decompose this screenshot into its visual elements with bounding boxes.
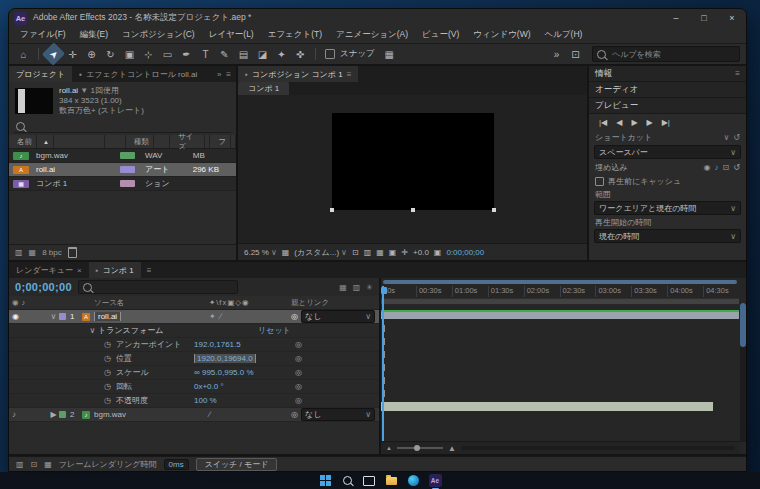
resolution-select[interactable]: (カスタム...) ∨ bbox=[294, 247, 347, 258]
property-name[interactable]: 位置 bbox=[116, 353, 194, 364]
project-bit-depth[interactable]: 8 bpc bbox=[42, 248, 62, 257]
previous-frame-button[interactable]: ◀ bbox=[616, 118, 622, 127]
after-effects-taskbar-button[interactable]: Ae bbox=[429, 474, 442, 487]
menu-animation[interactable]: アニメーション(A) bbox=[329, 29, 415, 41]
label-chip[interactable] bbox=[59, 313, 66, 320]
flyout-icon[interactable]: ▼ bbox=[80, 86, 88, 95]
property-pickwhip-icon[interactable]: ◎ bbox=[293, 354, 379, 363]
interpret-footage-icon[interactable]: ▥ bbox=[15, 248, 23, 257]
project-row-roll[interactable]: Aroll.ai アート 296 KB bbox=[9, 163, 236, 177]
stopwatch-icon[interactable]: ◷ bbox=[104, 340, 116, 349]
minimize-button[interactable]: – bbox=[662, 9, 690, 27]
status-toggle-icon-3[interactable]: ▦ bbox=[44, 460, 52, 469]
snapshot-camera-icon[interactable]: ▣ bbox=[434, 248, 442, 257]
puppet-pin-tool[interactable]: ✜ bbox=[292, 46, 309, 62]
new-folder-icon[interactable]: ▦ bbox=[29, 248, 37, 257]
region-of-interest-icon[interactable]: ⊡ bbox=[352, 248, 359, 257]
property-pickwhip-icon[interactable]: ◎ bbox=[293, 340, 379, 349]
transform-group-row[interactable]: ∨ トランスフォーム リセット bbox=[9, 324, 379, 338]
include-audio-icon[interactable]: ♪ bbox=[715, 163, 719, 172]
timeline-search-input[interactable] bbox=[96, 279, 233, 296]
viewer-tab-comp1[interactable]: コンポ 1 bbox=[238, 82, 289, 95]
work-area-bar[interactable] bbox=[381, 298, 739, 304]
play-from-select[interactable]: 現在の時間 ∨ bbox=[594, 229, 741, 243]
trash-icon[interactable] bbox=[68, 247, 77, 258]
help-search-input[interactable] bbox=[610, 49, 735, 60]
horizontal-scrollbar[interactable] bbox=[461, 446, 735, 450]
tab-composition[interactable]: ▪ コンポジション コンポ 1 ≡ bbox=[238, 66, 358, 82]
composition-viewport[interactable] bbox=[238, 95, 587, 243]
panel-menu-icon[interactable]: ≡ bbox=[735, 69, 740, 78]
taskbar-search-button[interactable] bbox=[341, 474, 354, 487]
video-toggle-icon[interactable]: ◉ bbox=[12, 312, 19, 321]
layer-bar-roll[interactable] bbox=[381, 312, 739, 319]
layer-handle[interactable] bbox=[411, 208, 415, 212]
column-kind[interactable]: 種類 bbox=[126, 135, 170, 148]
property-value[interactable]: 100 % bbox=[194, 396, 293, 405]
mask-visibility-icon[interactable]: ▦ bbox=[376, 248, 384, 257]
parent-select[interactable]: なし ∨ bbox=[301, 310, 375, 323]
parent-pickwhip-icon[interactable]: ◎ bbox=[291, 312, 298, 321]
graph-editor-icon[interactable]: ✳ bbox=[366, 283, 373, 292]
play-button[interactable]: ▶ bbox=[631, 118, 637, 127]
property-row-rotation[interactable]: ◷ 回転 0x+0.0 ° ◎ bbox=[9, 380, 379, 394]
roto-brush-tool[interactable]: ✦ bbox=[273, 46, 290, 62]
menu-layer[interactable]: レイヤー(L) bbox=[202, 29, 261, 41]
label-chip[interactable] bbox=[59, 411, 66, 418]
menu-help[interactable]: ヘルプ(H) bbox=[538, 29, 590, 41]
stopwatch-icon[interactable]: ◷ bbox=[104, 368, 116, 377]
column-size[interactable]: サイズ bbox=[170, 135, 210, 148]
timeline-graph[interactable]: 00s 00:30s 01:00s 01:30s 02:00s 02:30s 0… bbox=[381, 278, 746, 454]
property-name[interactable]: スケール bbox=[116, 367, 194, 378]
channel-icon[interactable]: ▣ bbox=[389, 248, 397, 257]
menu-file[interactable]: ファイル(F) bbox=[13, 29, 73, 41]
pan-behind-tool[interactable]: ⊹ bbox=[140, 46, 157, 62]
property-value[interactable]: 192.0,1761.5 bbox=[194, 340, 293, 349]
task-view-button[interactable] bbox=[363, 474, 376, 487]
property-name[interactable]: アンカーポイント bbox=[116, 339, 194, 350]
composition-frame[interactable] bbox=[332, 113, 494, 210]
menu-window[interactable]: ウィンドウ(W) bbox=[466, 29, 537, 41]
start-button[interactable] bbox=[319, 474, 332, 487]
draft-3d-icon[interactable]: ▥ bbox=[353, 283, 361, 292]
source-name-column[interactable]: ソース名 bbox=[94, 298, 209, 308]
maximize-button[interactable]: □ bbox=[690, 9, 718, 27]
menu-composition[interactable]: コンポジション(C) bbox=[115, 29, 202, 41]
twirl-open-icon[interactable]: ∨ bbox=[48, 312, 59, 321]
home-icon[interactable]: ⌂ bbox=[15, 46, 32, 62]
chevron-down-icon[interactable]: ∨ bbox=[723, 133, 729, 142]
audio-toggle-icon[interactable]: ♪ bbox=[12, 410, 16, 419]
twirl-open-icon[interactable]: ∨ bbox=[87, 326, 98, 335]
label-chip[interactable] bbox=[120, 152, 135, 159]
transform-label[interactable]: トランスフォーム bbox=[98, 325, 258, 336]
close-button[interactable]: × bbox=[718, 9, 746, 27]
playhead-line[interactable] bbox=[382, 286, 384, 442]
camera-tool[interactable]: ▣ bbox=[121, 46, 138, 62]
property-value[interactable]: 995.0,995.0 % bbox=[202, 368, 254, 377]
parent-link-column[interactable]: 親とリンク bbox=[291, 298, 379, 308]
tab-timeline-comp1[interactable]: ▪ コンポ 1 bbox=[89, 262, 141, 278]
stopwatch-icon[interactable]: ◷ bbox=[104, 354, 116, 363]
composition-mini-flowchart-icon[interactable]: ▦ bbox=[339, 283, 347, 292]
property-name[interactable]: 回転 bbox=[116, 381, 194, 392]
eraser-tool[interactable]: ◪ bbox=[254, 46, 271, 62]
tab-project[interactable]: プロジェクト bbox=[9, 66, 72, 82]
property-pickwhip-icon[interactable]: ◎ bbox=[293, 382, 379, 391]
property-pickwhip-icon[interactable]: ◎ bbox=[293, 396, 379, 405]
panel-menu-icon[interactable]: ≡ bbox=[221, 70, 236, 79]
time-ruler[interactable]: 00s 00:30s 01:00s 01:30s 02:00s 02:30s 0… bbox=[381, 286, 739, 297]
next-frame-button[interactable]: ▶ bbox=[647, 118, 653, 127]
vertical-scrollbar-thumb[interactable] bbox=[740, 303, 746, 347]
hand-tool[interactable]: ✛ bbox=[64, 46, 81, 62]
viewport-timecode[interactable]: 0:00;00;00 bbox=[446, 248, 484, 257]
last-frame-button[interactable]: ▶| bbox=[662, 118, 670, 127]
zoom-slider-knob[interactable] bbox=[414, 445, 420, 451]
transparency-grid-icon[interactable]: ▥ bbox=[364, 248, 372, 257]
type-tool[interactable]: T bbox=[197, 46, 214, 62]
exposure-icon[interactable]: ✛ bbox=[401, 248, 408, 257]
clone-stamp-tool[interactable]: ▤ bbox=[235, 46, 252, 62]
zoom-tool[interactable]: ⊕ bbox=[83, 46, 100, 62]
brush-tool[interactable]: ✎ bbox=[216, 46, 233, 62]
snap-checkbox[interactable] bbox=[325, 49, 335, 59]
vertical-scrollbar[interactable] bbox=[740, 303, 746, 442]
